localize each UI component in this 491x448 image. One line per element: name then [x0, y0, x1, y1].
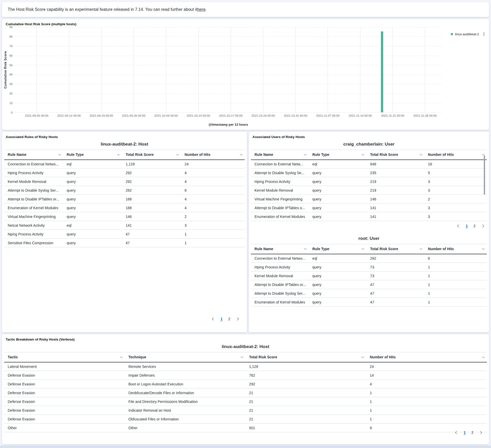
table-cell: query [63, 212, 122, 221]
table-cell: 292 [122, 168, 181, 177]
vertical-gridline [425, 27, 425, 112]
table-cell: query [309, 168, 366, 177]
x-axis-tick-label: 2021-09-26 00:00 [122, 114, 145, 117]
table-cell: query [309, 186, 366, 195]
pagination-next-button[interactable] [477, 429, 483, 436]
column-header-rule-type[interactable]: Rule Type [309, 150, 366, 160]
column-header-number-of-hits[interactable]: Number of Hits [424, 150, 487, 160]
users-table-1-title: craig_chamberlain: User [249, 142, 489, 147]
table-cell: 1,128 [246, 362, 366, 371]
column-header-label: Total Risk Score [370, 247, 398, 251]
table-cell: Attempt to Disable IPTables or... [251, 280, 309, 289]
table-cell: 6 [424, 254, 487, 263]
sort-chevron-down-icon [304, 247, 307, 250]
table-cell: 235 [366, 168, 424, 177]
sort-chevron-down-icon [58, 153, 61, 155]
table-cell: Netcat Network Activity [4, 221, 63, 230]
tactic-breakdown-panel: Tactic Breakdown of Risky Hosts (Verbose… [2, 334, 489, 444]
table-cell: 188 [122, 195, 181, 204]
table-cell: Attempt to Disable Syslog Ser... [251, 289, 309, 298]
horizontal-gridline [15, 103, 441, 103]
column-header-rule-type[interactable]: Rule Type [63, 150, 122, 160]
column-header-rule-name[interactable]: Rule Name [4, 150, 63, 160]
column-header-number-of-hits[interactable]: Number of Hits [181, 150, 245, 160]
column-header-label: Number of Hits [428, 247, 454, 251]
table-cell: query [309, 212, 366, 221]
table-row: Hping Process Activityquery2924 [4, 168, 245, 177]
banner-here-link[interactable]: here [197, 7, 206, 12]
table-cell: 1 [424, 272, 487, 280]
pagination-page-2[interactable]: 2 [471, 223, 478, 229]
column-header-label: Total Risk Score [249, 355, 277, 359]
table-cell: query [309, 280, 366, 289]
vertical-gridline [392, 27, 393, 112]
sort-chevron-down-icon [362, 153, 364, 155]
tactics-table-pagination: 12 [454, 429, 483, 436]
column-header-number-of-hits[interactable]: Number of Hits [366, 352, 487, 362]
table-cell: Kernel Module Removal [251, 272, 309, 280]
table-cell: 3 [424, 212, 487, 221]
pagination-page-1[interactable]: 1 [464, 223, 470, 229]
table-cell: 24 [366, 362, 487, 371]
table-row: Kernel Module Removalquery731 [251, 272, 487, 280]
column-header-label: Number of Hits [370, 355, 396, 359]
column-header-label: Total Risk Score [126, 153, 154, 157]
table-cell: query [63, 204, 122, 212]
pagination-prev-button[interactable] [454, 429, 460, 436]
column-header-total-risk-score[interactable]: Total Risk Score [366, 150, 424, 160]
column-header-rule-type[interactable]: Rule Type [309, 244, 366, 254]
column-header-rule-name[interactable]: Rule Name [251, 150, 309, 160]
table-cell: query [63, 186, 122, 195]
table-row: Hping Process Activityquery731 [251, 263, 487, 272]
table-row: Lateral MovementRemote Services1,12824 [4, 362, 487, 371]
pagination-next-button[interactable] [234, 316, 240, 322]
table-row: Attempt to Disable Syslog Se...query2355 [251, 168, 487, 177]
pagination-prev-button[interactable] [456, 223, 462, 229]
horizontal-gridline [15, 65, 441, 65]
table-row: Defense EvasionIndicator Removal on Host… [4, 406, 487, 415]
table-row: Attempt to Disable IPTables or...query47… [251, 280, 487, 289]
legend-actions-dots-icon[interactable] [483, 32, 485, 36]
table-cell: 1 [366, 388, 487, 397]
column-header-rule-name[interactable]: Rule Name [251, 244, 309, 254]
sort-chevron-down-icon [304, 153, 307, 155]
column-header-total-risk-score[interactable]: Total Risk Score [122, 150, 181, 160]
chart-plot-area[interactable]: 01020304050607080902021-09-05 00:002021-… [15, 27, 441, 113]
chevron-right-icon [236, 317, 239, 320]
risk-score-bar[interactable] [381, 31, 383, 112]
table-cell: 18 [424, 160, 487, 168]
x-axis-tick-label: 2021-10-24 00:00 [251, 114, 275, 117]
table-row: Sensitive Files Compressionquery471 [4, 239, 245, 247]
vertical-gridline [134, 27, 134, 112]
legend-series-label[interactable]: linux-auditbeat-2 [455, 32, 479, 36]
column-header-technique[interactable]: Technique [125, 352, 246, 362]
rules-panel-title: Associated Rules of Risky Hosts [6, 135, 58, 139]
table-cell: Attempt to Disable IPTables or... [4, 195, 63, 204]
vertical-gridline [263, 27, 264, 112]
column-header-tactic[interactable]: Tactic [4, 352, 125, 362]
table-cell: 219 [366, 186, 424, 195]
pagination-page-1[interactable]: 1 [218, 316, 225, 322]
column-header-total-risk-score[interactable]: Total Risk Score [246, 352, 366, 362]
column-header-label: Rule Name [8, 153, 26, 157]
users-table-2-title: root: User [249, 236, 489, 241]
table-cell: Hping Process Activity [4, 168, 63, 177]
pagination-page-2[interactable]: 2 [469, 429, 476, 436]
pagination-page-2[interactable]: 2 [226, 316, 232, 322]
chevron-right-icon [481, 224, 484, 227]
chart-legend-item[interactable]: linux-auditbeat-2 [451, 32, 485, 36]
column-header-number-of-hits[interactable]: Number of Hits [424, 244, 487, 254]
table-cell: 21 [246, 415, 366, 424]
vertical-scrollbar-thumb[interactable] [484, 155, 485, 195]
table-cell: query [63, 168, 122, 177]
table-row: Netcat Network Activityeql1413 [4, 221, 245, 230]
column-header-total-risk-score[interactable]: Total Risk Score [366, 244, 424, 254]
legend-color-dot [451, 33, 453, 35]
table-cell: 4 [181, 168, 245, 177]
vertical-gridline [328, 27, 328, 112]
pagination-prev-button[interactable] [211, 316, 217, 322]
pagination-page-1[interactable]: 1 [462, 429, 468, 436]
pagination-next-button[interactable] [479, 223, 485, 229]
table-header-row: Rule NameRule TypeTotal Risk ScoreNumber… [251, 244, 487, 254]
horizontal-scrollbar[interactable] [0, 446, 491, 448]
